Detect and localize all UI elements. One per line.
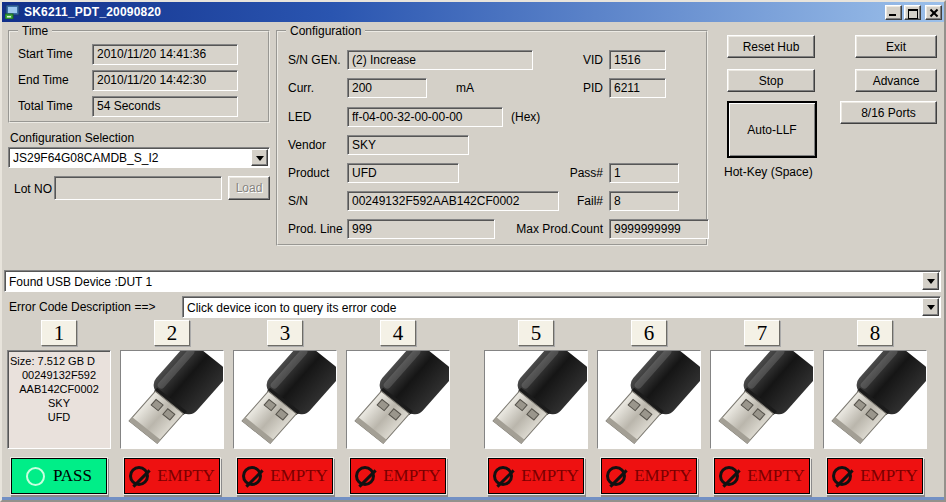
slot-number: 6: [631, 320, 667, 346]
vid-field[interactable]: 1516: [609, 50, 666, 70]
lot-no-label: Lot NO: [14, 182, 52, 196]
device-icon[interactable]: [823, 350, 927, 449]
status-text: PASS: [53, 466, 92, 486]
lot-no-input[interactable]: [54, 176, 222, 200]
pass-count-label: Pass#: [518, 166, 603, 180]
maximize-button[interactable]: [904, 5, 921, 20]
sn-label: S/N: [288, 194, 308, 208]
fail-count-label: Fail#: [518, 194, 603, 208]
close-button[interactable]: [925, 5, 942, 20]
no-entry-icon: [129, 466, 149, 486]
max-prod-count-field[interactable]: 9999999999: [609, 219, 709, 239]
ports-toggle-button[interactable]: 8/16 Ports: [840, 101, 937, 124]
sn-gen-label: S/N GEN.: [288, 53, 341, 67]
device-icon[interactable]: [710, 350, 814, 449]
exit-button[interactable]: Exit: [855, 35, 937, 58]
status-badge: EMPTY: [714, 458, 810, 494]
advance-button[interactable]: Advance: [855, 69, 937, 92]
window-title: SK6211_PDT_20090820: [24, 5, 161, 19]
chevron-down-icon[interactable]: [922, 298, 939, 316]
start-time-label: Start Time: [18, 47, 73, 61]
status-text: EMPTY: [157, 466, 215, 486]
slot-number: 3: [267, 320, 303, 346]
slot-number: 8: [857, 320, 893, 346]
max-prod-count-label: Max Prod.Count: [479, 222, 603, 236]
vendor-field[interactable]: SKY: [347, 135, 469, 155]
product-label: Product: [288, 166, 329, 180]
led-label: LED: [288, 110, 311, 124]
pass-ring-icon: [26, 467, 45, 486]
chevron-down-icon[interactable]: [251, 149, 268, 166]
end-time-value: 2010/11/20 14:42:30: [92, 70, 238, 91]
minimize-button[interactable]: [885, 5, 902, 20]
slot-number: 5: [518, 320, 554, 346]
no-entry-icon: [719, 466, 739, 486]
slot-number: 2: [154, 320, 190, 346]
no-entry-icon: [242, 466, 262, 486]
led-field[interactable]: ff-04-00-32-00-00-00: [347, 107, 503, 127]
device-icon[interactable]: [120, 350, 224, 449]
configuration-group-label: Configuration: [286, 24, 365, 38]
found-device-combo[interactable]: Found USB Device :DUT 1: [4, 270, 941, 292]
client-area: Time Start Time 2010/11/20 14:41:36 End …: [2, 22, 944, 500]
device-product-text: UFD: [10, 410, 108, 424]
status-badge: EMPTY: [488, 458, 584, 494]
found-device-value: Found USB Device :DUT 1: [5, 274, 921, 289]
status-badge: EMPTY: [237, 458, 333, 494]
status-badge: EMPTY: [350, 458, 446, 494]
configuration-selection-combo[interactable]: JS29F64G08CAMDB_S_I2: [8, 147, 270, 168]
curr-label: Curr.: [288, 81, 314, 95]
app-window: SK6211_PDT_20090820 Time Start Time 2010…: [0, 0, 946, 502]
no-entry-icon: [832, 466, 852, 486]
device-size-text: Size: 7.512 GB D: [10, 354, 108, 368]
error-code-combo[interactable]: Click device icon to query its error cod…: [182, 296, 941, 318]
device-info-panel[interactable]: Size: 7.512 GB D 00249132F592 AAB142CF00…: [7, 350, 111, 449]
no-entry-icon: [355, 466, 375, 486]
vendor-label: Vendor: [288, 138, 326, 152]
configuration-group: Configuration S/N GEN. (2) Increase Curr…: [276, 30, 708, 246]
error-code-label: Error Code Description ==>: [9, 300, 155, 314]
status-text: EMPTY: [860, 466, 918, 486]
chevron-down-icon[interactable]: [922, 272, 939, 290]
slot-number: 4: [380, 320, 416, 346]
stop-button[interactable]: Stop: [727, 69, 815, 92]
pid-field[interactable]: 6211: [609, 78, 666, 98]
sn-gen-field[interactable]: (2) Increase: [347, 50, 533, 70]
device-slot-1: 1 Size: 7.512 GB D 00249132F592 AAB142CF…: [7, 320, 111, 494]
device-icon[interactable]: [346, 350, 450, 449]
configuration-selection-label: Configuration Selection: [10, 131, 134, 145]
status-text: EMPTY: [521, 466, 579, 486]
total-time-label: Total Time: [18, 99, 73, 113]
load-button[interactable]: Load: [228, 176, 270, 200]
status-text: EMPTY: [270, 466, 328, 486]
status-badge: EMPTY: [827, 458, 923, 494]
device-icon[interactable]: [597, 350, 701, 449]
pid-label: PID: [518, 81, 603, 95]
device-vendor-text: SKY: [10, 396, 108, 410]
device-serial-line2: AAB142CF0002: [10, 382, 108, 396]
curr-unit-label: mA: [456, 81, 474, 95]
title-bar[interactable]: SK6211_PDT_20090820: [2, 2, 944, 22]
prod-line-field[interactable]: 999: [347, 219, 495, 239]
app-icon: [5, 5, 20, 19]
auto-llf-button[interactable]: Auto-LLF: [727, 101, 817, 158]
device-icon[interactable]: [484, 350, 588, 449]
no-entry-icon: [493, 466, 513, 486]
time-group-label: Time: [18, 24, 52, 38]
end-time-label: End Time: [18, 73, 69, 87]
device-slots: 1 Size: 7.512 GB D 00249132F592 AAB142CF…: [7, 320, 936, 494]
pass-count-field: 1: [609, 163, 679, 183]
status-text: EMPTY: [634, 466, 692, 486]
status-badge: EMPTY: [124, 458, 220, 494]
product-field[interactable]: UFD: [347, 163, 459, 183]
reset-hub-button[interactable]: Reset Hub: [727, 35, 815, 58]
time-group: Time Start Time 2010/11/20 14:41:36 End …: [8, 30, 270, 123]
device-icon[interactable]: [233, 350, 337, 449]
window-bottom-border: [2, 497, 944, 500]
vid-label: VID: [518, 53, 603, 67]
prod-line-label: Prod. Line: [288, 222, 343, 236]
curr-field[interactable]: 200: [347, 78, 427, 98]
status-badge: PASS: [11, 458, 107, 494]
device-slot-3: 3 EMPTY: [233, 320, 337, 494]
device-slot-2: 2 EMPTY: [120, 320, 224, 494]
